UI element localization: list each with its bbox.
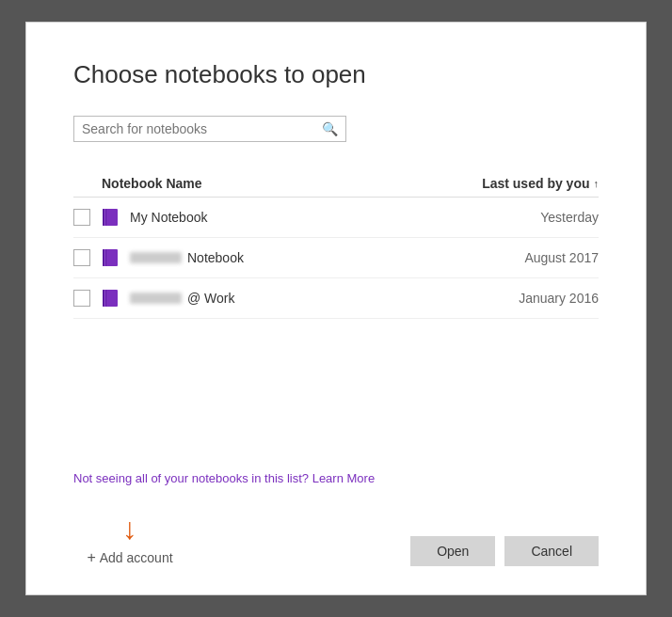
add-account-section[interactable]: ↓ + Add account xyxy=(73,514,186,566)
search-icon: 🔍 xyxy=(322,121,338,136)
col-last-used-header: Last used by you ↑ xyxy=(482,176,599,191)
row-left: @ Work xyxy=(73,288,375,308)
svg-rect-5 xyxy=(104,249,105,266)
last-used-3: January 2016 xyxy=(519,291,599,306)
notebook-name-3: @ Work xyxy=(130,291,235,306)
notebook-checkbox-1[interactable] xyxy=(73,209,90,226)
row-left: Notebook xyxy=(73,247,375,268)
last-used-2: August 2017 xyxy=(524,250,599,265)
svg-rect-8 xyxy=(104,290,105,307)
dialog-footer: ↓ + Add account Open Cancel xyxy=(73,485,599,566)
notebook-list: My Notebook Yesterday Notebook August 20… xyxy=(73,198,599,456)
sort-arrow-icon: ↑ xyxy=(594,178,600,189)
col-notebook-name-header: Notebook Name xyxy=(73,176,375,191)
notebook-name-2: Notebook xyxy=(130,250,244,265)
footer-buttons: Open Cancel xyxy=(410,536,599,566)
notebook-checkbox-3[interactable] xyxy=(73,290,90,307)
notebook-icon-3 xyxy=(100,288,120,308)
cancel-button[interactable]: Cancel xyxy=(504,536,599,566)
notebook-name-1: My Notebook xyxy=(130,210,207,225)
table-row: @ Work January 2016 xyxy=(73,278,599,319)
open-button[interactable]: Open xyxy=(410,536,495,566)
plus-icon: + xyxy=(87,549,95,566)
row-left: My Notebook xyxy=(73,207,375,228)
notebook-icon-2 xyxy=(100,247,120,268)
table-header: Notebook Name Last used by you ↑ xyxy=(73,170,599,198)
not-seeing-link[interactable]: Not seeing all of your notebooks in this… xyxy=(73,471,599,485)
add-account-label: + Add account xyxy=(87,549,172,566)
choose-notebooks-dialog: Choose notebooks to open 🔍 Notebook Name… xyxy=(25,22,647,595)
last-used-1: Yesterday xyxy=(540,210,599,225)
blurred-name-2 xyxy=(130,252,182,263)
search-bar[interactable]: 🔍 xyxy=(73,116,346,142)
blurred-name-3 xyxy=(130,293,182,304)
table-row: Notebook August 2017 xyxy=(73,238,599,278)
learn-more-link[interactable]: Learn More xyxy=(312,471,375,485)
notebook-icon-1 xyxy=(100,207,120,228)
table-row: My Notebook Yesterday xyxy=(73,198,599,238)
dialog-title: Choose notebooks to open xyxy=(73,60,599,89)
svg-rect-2 xyxy=(104,209,105,226)
notebook-checkbox-2[interactable] xyxy=(73,249,90,266)
down-arrow-icon: ↓ xyxy=(122,514,137,544)
search-input[interactable] xyxy=(82,121,322,136)
